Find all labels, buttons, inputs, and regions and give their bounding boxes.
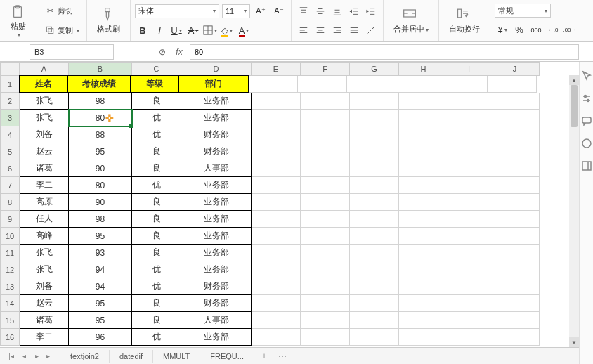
cell-G14[interactable]	[350, 295, 399, 312]
cell-H1[interactable]	[396, 76, 445, 93]
thousands-button[interactable]: 000	[528, 22, 544, 38]
cell-F3[interactable]	[301, 110, 350, 126]
cell-I4[interactable]	[448, 126, 490, 143]
cell-J8[interactable]	[490, 194, 540, 211]
tab-first-button[interactable]: |◂	[6, 352, 17, 360]
cell-G3[interactable]	[350, 110, 399, 126]
row-header-15[interactable]: 15	[0, 312, 20, 329]
cell-H11[interactable]	[399, 245, 448, 261]
cell-C10[interactable]: 良	[132, 228, 181, 245]
cell-J1[interactable]	[488, 76, 537, 93]
justify-button[interactable]	[346, 22, 362, 38]
row-header-9[interactable]: 9	[0, 211, 20, 228]
cell-A8[interactable]: 高原	[20, 194, 69, 211]
cell-C6[interactable]: 良	[132, 160, 181, 177]
cell-A5[interactable]: 赵云	[20, 143, 69, 160]
cell-C15[interactable]: 良	[132, 312, 181, 329]
increase-decimal-button[interactable]: .00→	[562, 22, 578, 38]
cell-A11[interactable]: 张飞	[20, 245, 69, 261]
align-left-button[interactable]	[296, 22, 311, 38]
cell-D13[interactable]: 财务部	[181, 278, 252, 295]
paste-button[interactable]: 粘贴▾	[4, 1, 32, 41]
format-painter-button[interactable]: 格式刷	[91, 4, 126, 37]
row-header-4[interactable]: 4	[0, 126, 20, 143]
cell-G4[interactable]	[350, 126, 399, 143]
cell-D14[interactable]: 财务部	[181, 295, 252, 312]
scroll-up-button[interactable]: ▲	[569, 75, 579, 85]
cell-J16[interactable]	[490, 329, 540, 346]
sheet-tab[interactable]: FREQU...	[200, 350, 254, 363]
italic-button[interactable]: I	[152, 22, 167, 38]
cell-D15[interactable]: 人事部	[181, 312, 252, 329]
cell-H12[interactable]	[399, 261, 448, 278]
cell-D2[interactable]: 业务部	[181, 93, 252, 110]
cell-D9[interactable]: 业务部	[181, 211, 252, 228]
cell-J4[interactable]	[490, 126, 540, 143]
cell-D6[interactable]: 人事部	[181, 160, 252, 177]
cell-H5[interactable]	[399, 143, 448, 160]
cell-H16[interactable]	[399, 329, 448, 346]
cell-G2[interactable]	[350, 93, 399, 110]
cell-H10[interactable]	[399, 228, 448, 245]
column-header-A[interactable]: A	[20, 62, 69, 76]
cell-A4[interactable]: 刘备	[20, 126, 69, 143]
cell-G5[interactable]	[350, 143, 399, 160]
cell-I5[interactable]	[448, 143, 490, 160]
column-header-C[interactable]: C	[132, 62, 181, 76]
fx-button[interactable]: fx	[173, 46, 185, 58]
cell-E6[interactable]	[252, 160, 301, 177]
cell-A9[interactable]: 任人	[20, 211, 69, 228]
cell-H7[interactable]	[399, 177, 448, 194]
cell-C14[interactable]: 良	[132, 295, 181, 312]
cell-J6[interactable]	[490, 160, 540, 177]
cell-A7[interactable]: 李二	[20, 177, 69, 194]
font-size-select[interactable]: 11▾	[222, 4, 250, 18]
row-header-5[interactable]: 5	[0, 143, 20, 160]
chat-icon[interactable]	[581, 115, 592, 126]
wrap-text-button[interactable]: 自动换行	[443, 4, 486, 37]
cell-H13[interactable]	[399, 278, 448, 295]
cell-B1[interactable]: 考核成绩	[67, 75, 131, 93]
cell-F10[interactable]	[301, 228, 350, 245]
cell-J14[interactable]	[490, 295, 540, 312]
cut-button[interactable]: ✂剪切	[41, 4, 82, 18]
cell-C1[interactable]: 等级	[130, 75, 179, 93]
tab-add-button[interactable]: ＋	[254, 350, 274, 362]
cell-C5[interactable]: 良	[132, 143, 181, 160]
cell-C4[interactable]: 优	[132, 126, 181, 143]
cell-H4[interactable]	[399, 126, 448, 143]
tab-prev-button[interactable]: ◂	[18, 352, 30, 360]
cell-J15[interactable]	[490, 312, 540, 329]
cell-C9[interactable]: 良	[132, 211, 181, 228]
cell-F13[interactable]	[301, 278, 350, 295]
cell-D4[interactable]: 财务部	[181, 126, 252, 143]
font-name-select[interactable]: 宋体▾	[135, 4, 219, 18]
cell-G13[interactable]	[350, 278, 399, 295]
cell-E12[interactable]	[252, 261, 301, 278]
cell-I12[interactable]	[448, 261, 490, 278]
cell-I1[interactable]	[445, 76, 488, 93]
cell-G16[interactable]	[350, 329, 399, 346]
cell-E1[interactable]	[249, 76, 298, 93]
cell-A15[interactable]: 诸葛	[20, 312, 69, 329]
cell-F8[interactable]	[301, 194, 350, 211]
indent-decrease-button[interactable]	[346, 4, 362, 19]
cell-F5[interactable]	[301, 143, 350, 160]
align-bottom-button[interactable]	[330, 4, 345, 19]
column-header-G[interactable]: G	[350, 62, 399, 76]
column-header-E[interactable]: E	[252, 62, 301, 76]
cell-J11[interactable]	[490, 245, 540, 261]
orientation-button[interactable]	[363, 22, 379, 38]
cell-F2[interactable]	[301, 93, 350, 110]
formula-input[interactable]	[190, 44, 579, 60]
cell-E4[interactable]	[252, 126, 301, 143]
row-header-13[interactable]: 13	[0, 278, 20, 295]
cell-I8[interactable]	[448, 194, 490, 211]
cell-D3[interactable]: 业务部	[181, 110, 252, 126]
align-center-button[interactable]	[313, 22, 328, 38]
scroll-down-button[interactable]: ▼	[569, 337, 579, 347]
cell-E10[interactable]	[252, 228, 301, 245]
tab-menu-button[interactable]: ⋯	[274, 351, 291, 361]
cell-G7[interactable]	[350, 177, 399, 194]
percent-button[interactable]: %	[511, 22, 527, 38]
